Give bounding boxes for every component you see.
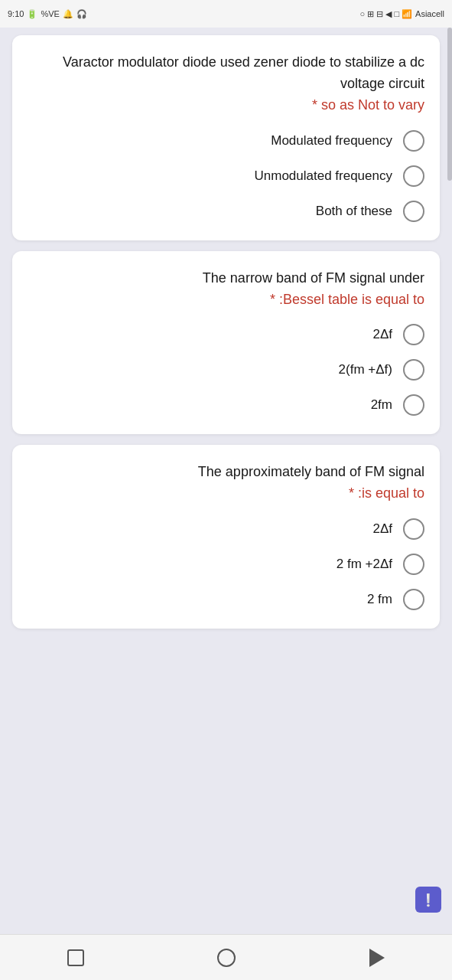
q2-radio-3[interactable] bbox=[403, 394, 424, 416]
q2-option-1-label: 2Δf bbox=[372, 327, 392, 342]
q3-radio-1[interactable] bbox=[403, 518, 424, 540]
status-right: ○ ⊞ ⊟ ◀ □ 📶 Asiacell bbox=[360, 9, 444, 19]
question-1-text: Varactor modulator diode used zener diod… bbox=[28, 52, 424, 116]
question-3-text: The approximately band of FM signal * :i… bbox=[28, 462, 424, 505]
q3-option-2-label: 2 fm +2Δf bbox=[337, 557, 392, 572]
q1-option-1-label: Modulated frequency bbox=[271, 133, 392, 149]
content-area: Varactor modulator diode used zener diod… bbox=[0, 28, 452, 934]
main-wrapper: 9:10 🔋 %VE 🔔 🎧 ○ ⊞ ⊟ ◀ □ 📶 Asiacell Vara… bbox=[0, 0, 452, 980]
status-bar: 9:10 🔋 %VE 🔔 🎧 ○ ⊞ ⊟ ◀ □ 📶 Asiacell bbox=[0, 0, 452, 28]
q2-radio-1[interactable] bbox=[403, 324, 424, 345]
q2-radio-2[interactable] bbox=[403, 359, 424, 381]
q1-radio-3[interactable] bbox=[403, 201, 424, 222]
question-2-text: The narrow band of FM signal under * :Be… bbox=[28, 268, 424, 311]
question-2-options: 2Δf 2(fm +Δf) 2fm bbox=[28, 324, 424, 416]
q1-option-2-label: Unmodulated frequency bbox=[254, 168, 392, 184]
carrier-name: Asiacell bbox=[415, 9, 444, 18]
question-1-options: Modulated frequency Unmodulated frequenc… bbox=[28, 130, 424, 222]
q1-option-3-label: Both of these bbox=[316, 204, 392, 219]
q3-option-2[interactable]: 2 fm +2Δf bbox=[28, 554, 424, 575]
headphone-icon: 🎧 bbox=[76, 9, 87, 19]
nav-triangle-button[interactable] bbox=[362, 942, 392, 973]
q1-option-1[interactable]: Modulated frequency bbox=[28, 130, 424, 152]
circle-icon bbox=[217, 949, 236, 967]
q1-radio-1[interactable] bbox=[403, 130, 424, 152]
q1-option-2[interactable]: Unmodulated frequency bbox=[28, 165, 424, 187]
question-3-options: 2Δf 2 fm +2Δf 2 fm bbox=[28, 518, 424, 610]
q2-option-3[interactable]: 2fm bbox=[28, 394, 424, 416]
question-card-2: The narrow band of FM signal under * :Be… bbox=[12, 251, 440, 435]
square-icon bbox=[67, 949, 84, 966]
q3-option-1[interactable]: 2Δf bbox=[28, 518, 424, 540]
q3-option-1-label: 2Δf bbox=[372, 521, 392, 537]
question-2-required: * :Bessel table is equal to bbox=[270, 292, 424, 307]
volume-icon: 🔔 bbox=[63, 9, 73, 19]
q3-radio-3[interactable] bbox=[403, 589, 424, 610]
nav-square-button[interactable] bbox=[60, 942, 91, 973]
scroll-indicator[interactable] bbox=[447, 28, 452, 181]
q3-option-3-label: 2 fm bbox=[367, 592, 392, 607]
question-3-required: * :is equal to bbox=[349, 485, 424, 501]
feedback-icon: ❕ bbox=[421, 893, 436, 907]
question-card-3: The approximately band of FM signal * :i… bbox=[12, 445, 440, 629]
status-left: 9:10 🔋 %VE 🔔 🎧 bbox=[8, 9, 87, 19]
q3-option-3[interactable]: 2 fm bbox=[28, 589, 424, 610]
q1-radio-2[interactable] bbox=[403, 165, 424, 187]
q3-radio-2[interactable] bbox=[403, 554, 424, 575]
feedback-button[interactable]: ❕ bbox=[415, 887, 441, 913]
question-1-required: * so as Not to vary bbox=[312, 97, 424, 113]
q1-option-3[interactable]: Both of these bbox=[28, 201, 424, 222]
q2-option-1[interactable]: 2Δf bbox=[28, 324, 424, 345]
status-time: 9:10 bbox=[8, 9, 24, 18]
q2-option-3-label: 2fm bbox=[371, 397, 392, 413]
q2-option-2[interactable]: 2(fm +Δf) bbox=[28, 359, 424, 381]
question-card-1: Varactor modulator diode used zener diod… bbox=[12, 35, 440, 240]
bottom-nav bbox=[0, 934, 452, 980]
battery-icon: 🔋 bbox=[27, 9, 37, 19]
nav-circle-button[interactable] bbox=[211, 942, 242, 973]
signal-icon: %VE bbox=[41, 9, 59, 18]
triangle-icon bbox=[369, 949, 385, 967]
q2-option-2-label: 2(fm +Δf) bbox=[339, 362, 392, 377]
notification-icons: ○ ⊞ ⊟ ◀ □ 📶 bbox=[360, 9, 413, 19]
